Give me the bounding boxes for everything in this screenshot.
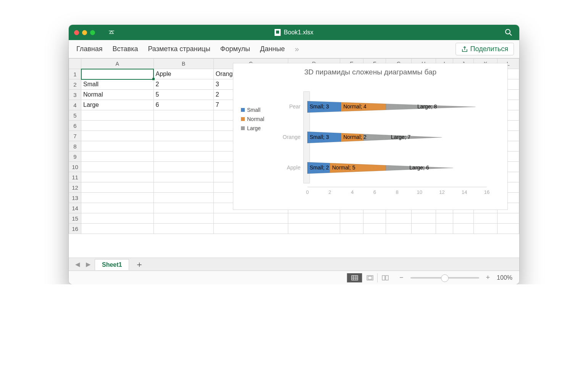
minimize-window-button[interactable] [82,30,87,35]
zoom-out-button[interactable]: − [398,274,405,282]
next-sheet-button[interactable]: ▶ [84,261,92,268]
chart-body: Small Normal Large 0246810121416PearSmal… [233,76,507,204]
cell-B2[interactable]: 2 [153,79,213,90]
cell-H15[interactable] [411,213,436,224]
cell-B16[interactable] [153,224,213,234]
cell-A13[interactable] [81,193,154,203]
col-header-A[interactable]: A [81,59,154,69]
mac-traffic-lights [69,30,95,35]
row-header-11[interactable]: 11 [69,172,81,182]
cell-A9[interactable] [81,152,154,162]
zoom-level[interactable]: 100% [497,274,512,281]
cell-J15[interactable] [453,213,474,224]
tab-formulas[interactable]: Формулы [220,45,250,53]
col-header-B[interactable]: B [153,59,213,69]
cell-F15[interactable] [363,213,386,224]
cell-C15[interactable] [213,213,288,224]
sheet-tab[interactable]: Sheet1 [95,259,129,270]
cell-B3[interactable]: 5 [153,90,213,100]
row-header-3[interactable]: 3 [69,90,81,100]
cell-K16[interactable] [474,224,498,234]
cell-B12[interactable] [153,182,213,193]
cell-B14[interactable] [153,203,213,213]
cell-A1[interactable] [81,69,154,79]
row-header-8[interactable]: 8 [69,141,81,152]
svg-rect-41 [382,276,385,280]
page-break-view-button[interactable] [377,273,393,282]
svg-text:Small; 3: Small; 3 [310,103,329,110]
cell-B9[interactable] [153,152,213,162]
zoom-window-button[interactable] [90,30,95,35]
cell-A14[interactable] [81,203,154,213]
tab-insert[interactable]: Вставка [113,45,138,53]
cell-A2[interactable]: Small [81,79,154,90]
cell-A7[interactable] [81,131,154,141]
tab-home[interactable]: Главная [76,45,103,53]
tab-data[interactable]: Данные [260,45,285,53]
cell-B5[interactable] [153,110,213,121]
row-header-4[interactable]: 4 [69,100,81,110]
cell-B8[interactable] [153,141,213,152]
row-header-5[interactable]: 5 [69,110,81,121]
row-header-16[interactable]: 16 [69,224,81,234]
cell-A3[interactable]: Normal [81,90,154,100]
cell-J16[interactable] [453,224,474,234]
add-sheet-button[interactable]: ＋ [131,259,147,270]
zoom-in-button[interactable]: + [485,274,492,282]
zoom-slider[interactable] [410,277,479,279]
row-header-13[interactable]: 13 [69,193,81,203]
share-button[interactable]: Поделиться [456,43,514,55]
cell-I16[interactable] [436,224,453,234]
cell-B13[interactable] [153,193,213,203]
row-header-15[interactable]: 15 [69,213,81,224]
row-header-1[interactable]: 1 [69,69,81,79]
cell-B1[interactable]: Apple [153,69,213,79]
cell-D15[interactable] [288,213,340,224]
search-icon[interactable] [505,29,512,36]
quick-access-toolbar[interactable] [107,29,116,36]
cell-A11[interactable] [81,172,154,182]
cell-C16[interactable] [213,224,288,234]
cell-G15[interactable] [386,213,411,224]
cell-A5[interactable] [81,110,154,121]
cell-B10[interactable] [153,162,213,172]
cell-B4[interactable]: 6 [153,100,213,110]
close-window-button[interactable] [74,30,79,35]
cell-L16[interactable] [497,224,519,234]
cell-A8[interactable] [81,141,154,152]
cell-A4[interactable]: Large [81,100,154,110]
row-header-10[interactable]: 10 [69,162,81,172]
cell-I15[interactable] [436,213,453,224]
cell-E16[interactable] [340,224,363,234]
cell-F16[interactable] [363,224,386,234]
cell-B11[interactable] [153,172,213,182]
row-header-6[interactable]: 6 [69,121,81,131]
tab-page-layout[interactable]: Разметка страницы [148,45,210,53]
normal-view-button[interactable] [347,273,362,282]
cell-K15[interactable] [474,213,498,224]
cell-H16[interactable] [411,224,436,234]
row-header-2[interactable]: 2 [69,79,81,90]
cell-L15[interactable] [497,213,519,224]
embedded-chart[interactable]: 3D пирамиды сложены диаграммы бар Small … [233,63,508,210]
cell-A12[interactable] [81,182,154,193]
select-all-corner[interactable] [69,59,81,69]
cell-A16[interactable] [81,224,154,234]
chart-title: 3D пирамиды сложены диаграммы бар [233,63,507,76]
cell-E15[interactable] [340,213,363,224]
more-tabs-icon[interactable]: » [295,45,299,53]
cell-B15[interactable] [153,213,213,224]
cell-A10[interactable] [81,162,154,172]
cell-G16[interactable] [386,224,411,234]
row-header-12[interactable]: 12 [69,182,81,193]
row-header-14[interactable]: 14 [69,203,81,213]
cell-D16[interactable] [288,224,340,234]
row-header-7[interactable]: 7 [69,131,81,141]
prev-sheet-button[interactable]: ◀ [73,261,82,268]
cell-A6[interactable] [81,121,154,131]
row-header-9[interactable]: 9 [69,152,81,162]
page-layout-view-button[interactable] [362,273,377,282]
cell-B7[interactable] [153,131,213,141]
cell-A15[interactable] [81,213,154,224]
cell-B6[interactable] [153,121,213,131]
